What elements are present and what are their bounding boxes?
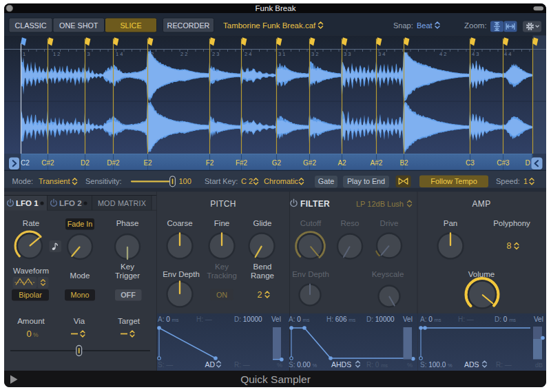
svg-text:ONE SHOT: ONE SHOT xyxy=(59,21,98,30)
svg-text:Env Depth: Env Depth xyxy=(163,270,200,278)
svg-text:1 4: 1 4 xyxy=(116,51,123,57)
svg-text:H: —: H: — xyxy=(196,316,212,323)
svg-text:Bend: Bend xyxy=(253,262,272,271)
svg-text:A: 0 ms: A: 0 ms xyxy=(158,316,179,323)
svg-text:LFO 1: LFO 1 xyxy=(16,199,39,207)
svg-text:B2: B2 xyxy=(399,159,408,167)
svg-text:4 4: 4 4 xyxy=(504,51,511,57)
svg-text:4 2: 4 2 xyxy=(439,51,446,57)
svg-text:Env Depth: Env Depth xyxy=(292,270,329,278)
svg-text:A: 0 ms: A: 0 ms xyxy=(420,316,441,323)
svg-text:H: 606 ms: H: 606 ms xyxy=(326,316,355,323)
svg-text:Funk Break: Funk Break xyxy=(256,4,296,12)
svg-text:Mono: Mono xyxy=(70,291,89,299)
svg-text:MOD MATRIX: MOD MATRIX xyxy=(98,199,146,207)
svg-text:3: 3 xyxy=(87,51,90,57)
svg-text:ADS: ADS xyxy=(464,360,479,369)
svg-text:Chromatic: Chromatic xyxy=(264,177,299,185)
svg-text:FILTER: FILTER xyxy=(300,199,330,209)
svg-text:Trigger: Trigger xyxy=(115,271,140,280)
svg-text:Waveform: Waveform xyxy=(13,267,49,275)
svg-text:Play to End: Play to End xyxy=(347,177,385,185)
svg-text:Mode: Mode xyxy=(70,271,90,280)
svg-text:%: % xyxy=(407,362,413,369)
svg-text:Transient: Transient xyxy=(39,177,70,185)
svg-text:D: 10000: D: 10000 xyxy=(366,316,395,323)
svg-text:Key: Key xyxy=(215,262,229,271)
svg-text:%: % xyxy=(277,362,282,369)
svg-text:Zoom:: Zoom: xyxy=(464,21,487,30)
svg-text:SLICE: SLICE xyxy=(120,21,141,30)
svg-text:dB: dB xyxy=(535,362,543,369)
svg-text:Amount: Amount xyxy=(17,317,45,325)
svg-text:C2: C2 xyxy=(21,159,30,167)
svg-text:LP 12dB Lush: LP 12dB Lush xyxy=(356,200,404,208)
svg-text:PITCH: PITCH xyxy=(210,199,236,209)
svg-text:H: —: H: — xyxy=(458,316,474,323)
svg-text:Mode:: Mode: xyxy=(12,177,34,185)
svg-text:100: 100 xyxy=(179,177,191,185)
svg-text:3 2: 3 2 xyxy=(311,51,318,57)
svg-text:S: 100.0 %: S: 100.0 % xyxy=(420,361,453,369)
svg-text:Reso: Reso xyxy=(341,219,360,227)
svg-text:C#3: C#3 xyxy=(497,159,510,167)
svg-text:2 4: 2 4 xyxy=(245,51,251,57)
svg-text:LFO 2: LFO 2 xyxy=(59,199,82,207)
svg-text:D2: D2 xyxy=(81,159,90,167)
svg-text:Fade In: Fade In xyxy=(67,220,93,228)
svg-text:Pan: Pan xyxy=(444,219,457,227)
svg-text:E2: E2 xyxy=(143,159,152,167)
svg-text:C3: C3 xyxy=(466,159,475,167)
svg-text:Polyphony: Polyphony xyxy=(493,219,530,227)
svg-text:3 1: 3 1 xyxy=(278,51,285,57)
svg-text:0: 0 xyxy=(26,329,31,339)
svg-text:A2: A2 xyxy=(337,159,346,167)
svg-text:Key: Key xyxy=(121,262,134,271)
svg-text:AHDS: AHDS xyxy=(331,360,351,369)
svg-text:OFF: OFF xyxy=(121,291,136,299)
svg-text:Vel: Vel xyxy=(271,316,281,323)
svg-text:Volume: Volume xyxy=(468,270,495,278)
svg-text:1 2: 1 2 xyxy=(53,51,60,57)
svg-text:Beat: Beat xyxy=(417,21,433,30)
svg-text:C#2: C#2 xyxy=(41,159,54,167)
svg-text:Vel: Vel xyxy=(403,316,413,323)
svg-text:Speed:: Speed: xyxy=(496,177,520,185)
svg-text:Start Key:: Start Key: xyxy=(205,177,238,185)
svg-text:Sensitivity:: Sensitivity: xyxy=(85,177,122,185)
svg-text:AMP: AMP xyxy=(472,199,491,209)
svg-text:S: —: S: — xyxy=(158,361,173,369)
svg-text:Fine: Fine xyxy=(214,219,229,227)
svg-text:D: 10000: D: 10000 xyxy=(234,316,262,323)
svg-text:1: 1 xyxy=(523,177,528,185)
svg-text:Glide: Glide xyxy=(253,219,272,227)
svg-text:%: % xyxy=(33,331,39,338)
svg-text:Via: Via xyxy=(74,317,85,325)
svg-text:Drive: Drive xyxy=(380,219,399,227)
svg-text:Quick Sampler: Quick Sampler xyxy=(240,373,311,385)
svg-text:2 2: 2 2 xyxy=(180,51,187,57)
svg-text:D#2: D#2 xyxy=(107,159,120,167)
svg-text:F2: F2 xyxy=(206,159,214,167)
svg-text:8: 8 xyxy=(507,241,512,251)
svg-text:Phase: Phase xyxy=(116,219,139,227)
svg-text:Tracking: Tracking xyxy=(207,271,237,280)
svg-text:RECORDER: RECORDER xyxy=(167,21,210,30)
svg-text:G2: G2 xyxy=(272,159,282,167)
svg-text:F#2: F#2 xyxy=(236,159,248,167)
svg-text:Rate: Rate xyxy=(23,219,39,227)
svg-text:Gate: Gate xyxy=(318,177,334,185)
svg-text:R: 0 ms: R: 0 ms xyxy=(366,361,388,369)
svg-text:Vel: Vel xyxy=(534,316,543,323)
svg-text:2 3: 2 3 xyxy=(212,51,219,57)
svg-text:Coarse: Coarse xyxy=(167,219,192,227)
svg-text:3 4: 3 4 xyxy=(378,51,385,57)
svg-text:R: —: R: — xyxy=(496,361,512,369)
svg-text:Keyscale: Keyscale xyxy=(372,270,404,278)
svg-text:Cutoff: Cutoff xyxy=(300,219,322,227)
svg-text:Tamborine Funk Break.caf: Tamborine Funk Break.caf xyxy=(223,21,316,30)
svg-text:C 2: C 2 xyxy=(241,177,253,185)
svg-text:CLASSIC: CLASSIC xyxy=(14,21,46,30)
svg-text:A: 0 ms: A: 0 ms xyxy=(289,316,310,323)
svg-text:Bipolar: Bipolar xyxy=(19,291,42,299)
